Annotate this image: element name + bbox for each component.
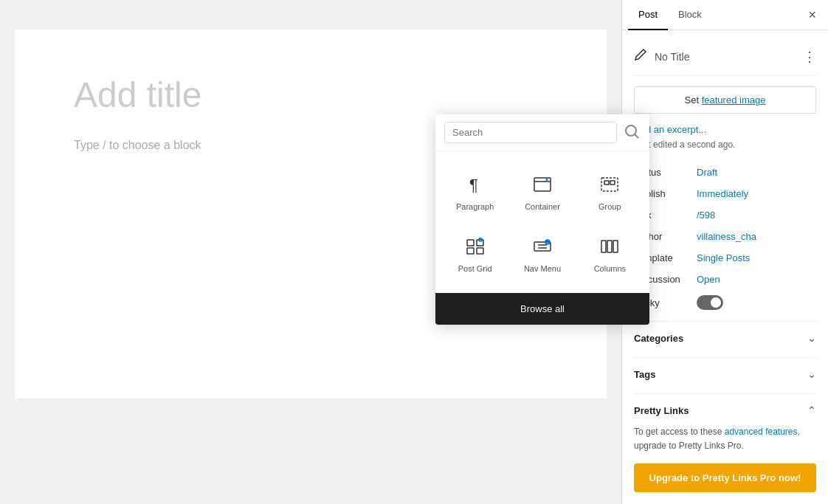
post-title-text: No Title — [655, 51, 796, 63]
categories-section: Categories ⌄ — [634, 321, 816, 351]
pen-icon — [634, 48, 647, 65]
discussion-value[interactable]: Open — [697, 274, 720, 285]
container-icon — [529, 171, 556, 198]
post-grid-icon: + — [462, 233, 489, 260]
group-icon — [596, 171, 623, 198]
post-grid-label: Post Grid — [458, 264, 492, 273]
search-icon — [623, 122, 641, 142]
set-featured-image-button[interactable]: Set featured image — [634, 86, 816, 114]
tags-chevron-down-icon: ⌄ — [807, 368, 816, 380]
browse-all-button[interactable]: Browse all — [435, 293, 649, 325]
tab-block[interactable]: Block — [668, 0, 712, 30]
add-excerpt-link[interactable]: Add an excerpt... — [634, 124, 816, 135]
block-item-group[interactable]: Group — [579, 163, 641, 219]
svg-rect-21 — [607, 241, 612, 252]
svg-text:¶: ¶ — [469, 176, 478, 194]
block-picker-popup: ¶ Paragraph Container — [435, 114, 649, 325]
sidebar-tabs: Post Block × — [622, 0, 828, 30]
post-title-row: No Title ⋮ — [634, 42, 816, 76]
sidebar-content: No Title ⋮ Set featured image Add an exc… — [622, 30, 828, 504]
svg-rect-9 — [467, 240, 474, 246]
svg-rect-12 — [477, 248, 483, 254]
container-label: Container — [525, 202, 560, 211]
pretty-links-header: Pretty Links ⌃ — [634, 404, 816, 425]
meta-row-link: Link /598 — [634, 204, 816, 226]
svg-rect-3 — [534, 178, 551, 191]
svg-point-0 — [626, 125, 636, 136]
svg-point-5 — [545, 179, 548, 181]
link-value[interactable]: /598 — [697, 210, 715, 221]
svg-line-1 — [635, 135, 639, 139]
svg-text:+: + — [546, 241, 548, 245]
svg-rect-8 — [610, 181, 615, 184]
pretty-links-section: Pretty Links ⌃ To get access to these ad… — [634, 393, 816, 492]
meta-row-template: Template Single Posts — [634, 247, 816, 269]
last-edited-text: Last edited a second ago. — [634, 139, 816, 150]
pretty-links-title: Pretty Links — [634, 405, 689, 416]
paragraph-icon: ¶ — [462, 171, 489, 198]
meta-row-sticky: Sticky — [634, 290, 816, 315]
block-grid: ¶ Paragraph Container — [435, 151, 649, 293]
categories-title: Categories — [634, 333, 683, 344]
block-search-input[interactable] — [444, 122, 617, 143]
tags-title: Tags — [634, 369, 655, 380]
author-value[interactable]: villainess_cha — [697, 231, 756, 242]
meta-row-status: Status Draft — [634, 162, 816, 183]
categories-header[interactable]: Categories ⌄ — [634, 332, 816, 351]
svg-rect-7 — [604, 181, 609, 184]
pretty-links-chevron-up-icon[interactable]: ⌃ — [807, 404, 816, 416]
post-options-button[interactable]: ⋮ — [803, 49, 816, 65]
nav-menu-label: Nav Menu — [524, 264, 561, 273]
upgrade-pretty-links-button[interactable]: Upgrade to Pretty Links Pro now! — [634, 463, 816, 492]
columns-label: Columns — [594, 264, 626, 273]
block-item-post-grid[interactable]: + Post Grid — [444, 225, 506, 281]
status-value[interactable]: Draft — [697, 167, 717, 178]
paragraph-label: Paragraph — [456, 202, 494, 211]
svg-rect-20 — [601, 241, 606, 252]
columns-icon — [596, 233, 623, 260]
featured-image-highlight: featured image — [702, 94, 766, 106]
categories-chevron-down-icon: ⌄ — [807, 332, 816, 344]
pretty-links-description: To get access to these advanced features… — [634, 425, 816, 453]
template-value[interactable]: Single Posts — [697, 252, 750, 263]
nav-menu-icon: + — [529, 233, 556, 260]
svg-text:+: + — [479, 238, 481, 243]
block-item-nav-menu[interactable]: + Nav Menu — [511, 225, 573, 281]
sticky-toggle[interactable] — [697, 295, 723, 310]
svg-rect-22 — [613, 241, 618, 252]
advanced-features-link[interactable]: advanced features — [725, 427, 798, 437]
block-item-container[interactable]: Container — [511, 163, 573, 219]
group-label: Group — [598, 202, 621, 211]
tab-post[interactable]: Post — [628, 0, 668, 30]
meta-row-author: Author villainess_cha — [634, 226, 816, 247]
tags-section: Tags ⌄ — [634, 357, 816, 387]
meta-row-publish: Publish Immediately — [634, 183, 816, 204]
tags-header[interactable]: Tags ⌄ — [634, 368, 816, 387]
sidebar-close-button[interactable]: × — [802, 1, 822, 29]
block-item-columns[interactable]: Columns — [579, 225, 641, 281]
publish-value[interactable]: Immediately — [697, 188, 748, 199]
editor-area: Add title Type / to choose a block + ¶ — [0, 0, 621, 504]
sidebar: Post Block × No Title ⋮ Set featured ima… — [621, 0, 828, 504]
svg-rect-6 — [601, 178, 618, 191]
block-item-paragraph[interactable]: ¶ Paragraph — [444, 163, 506, 219]
title-placeholder[interactable]: Add title — [74, 74, 548, 117]
meta-row-discussion: Discussion Open — [634, 269, 816, 290]
block-search-container — [435, 114, 649, 151]
svg-rect-11 — [467, 248, 474, 254]
